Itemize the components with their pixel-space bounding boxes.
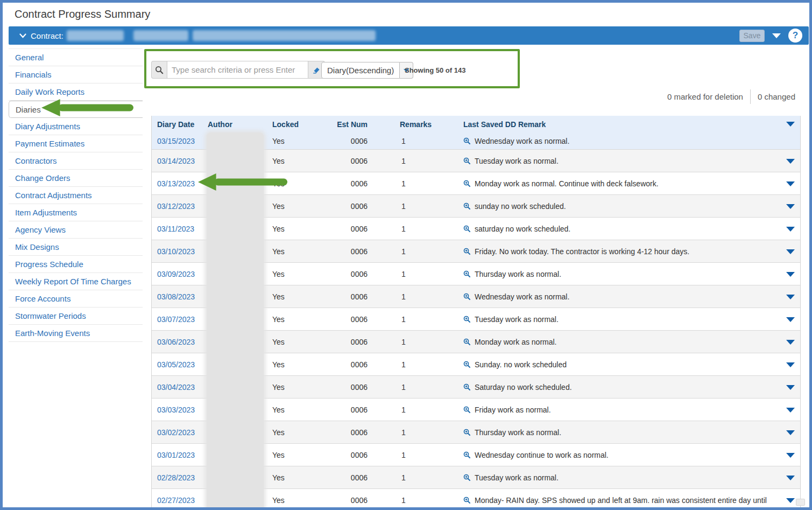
row-actions-chevron-icon[interactable] [786,453,795,458]
contract-collapse-toggle[interactable]: Contract: [19,31,63,40]
locked-value: Yes [272,172,285,194]
row-actions-chevron-icon[interactable] [786,362,795,367]
zoom-in-icon[interactable] [463,361,471,368]
diary-date-link[interactable]: 03/02/2023 [157,428,195,437]
sidebar-item-force-accounts[interactable]: Force Accounts [9,290,143,308]
remarks-count: 1 [401,172,406,194]
sidebar-item-contractors[interactable]: Contractors [9,152,143,170]
remarks-count: 1 [401,263,406,285]
sidebar-item-progress-schedule[interactable]: Progress Schedule [9,256,143,273]
diary-date-link[interactable]: 03/06/2023 [157,338,195,346]
save-button[interactable]: Save [739,30,765,42]
diary-date-link[interactable]: 03/05/2023 [157,360,195,369]
zoom-in-icon[interactable] [463,202,471,210]
redacted-contract-id [67,30,124,41]
diary-date-link[interactable]: 03/13/2023 [157,179,195,188]
zoom-in-icon[interactable] [463,474,471,481]
diary-date-link[interactable]: 03/04/2023 [157,383,195,392]
row-actions-chevron-icon[interactable] [786,249,795,254]
diary-date-link[interactable]: 03/01/2023 [157,451,195,459]
diary-date-link[interactable]: 03/12/2023 [157,202,195,211]
locked-value: Yes [272,263,285,285]
zoom-in-icon[interactable] [463,383,471,391]
zoom-in-icon[interactable] [463,293,471,301]
sidebar-item-diaries[interactable]: Diaries [9,101,143,118]
sidebar-item-weekly-report-of-time-charges[interactable]: Weekly Report Of Time Charges [9,273,143,290]
zoom-in-icon[interactable] [463,451,471,459]
zoom-in-icon[interactable] [463,180,471,187]
sidebar-item-earth-moving-events[interactable]: Earth-Moving Events [9,325,143,342]
diary-date-link[interactable]: 03/03/2023 [157,406,195,414]
row-actions-chevron-icon[interactable] [786,408,795,413]
sidebar-item-item-adjustments[interactable]: Item Adjustments [9,204,143,221]
zoom-in-icon[interactable] [463,338,471,346]
diary-date-link[interactable]: 03/08/2023 [157,292,195,301]
page-title: Contract Progress Summary [15,8,150,20]
locked-value: Yes [272,132,285,149]
diary-date-link[interactable]: 03/09/2023 [157,270,195,278]
sidebar-item-diary-adjustments[interactable]: Diary Adjustments [9,118,143,135]
row-actions-chevron-icon[interactable] [786,498,795,503]
est-num-value: 0006 [313,172,368,194]
redacted-contract-info [133,30,188,41]
row-actions-chevron-icon[interactable] [786,272,795,277]
diary-date-link[interactable]: 02/27/2023 [157,496,195,505]
diary-date-link[interactable]: 03/11/2023 [157,225,194,233]
zoom-in-icon[interactable] [463,157,471,165]
diary-date-link[interactable]: 03/10/2023 [157,247,195,256]
sidebar-item-daily-work-reports[interactable]: Daily Work Reports [9,83,143,101]
locked-value: Yes [272,444,285,466]
column-header-est-num[interactable]: Est Num [313,116,368,132]
row-actions-chevron-icon[interactable] [786,181,795,186]
zoom-in-icon[interactable] [463,316,471,323]
redacted-contract-description [193,30,376,41]
diary-date-link[interactable]: 03/14/2023 [157,157,195,165]
actions-dropdown-icon[interactable] [772,33,781,38]
diary-date-link[interactable]: 03/15/2023 [157,137,195,145]
row-actions-chevron-icon[interactable] [786,204,795,209]
diary-date-link[interactable]: 02/28/2023 [157,473,195,482]
diary-date-link[interactable]: 03/07/2023 [157,315,195,324]
row-actions-chevron-icon[interactable] [786,340,795,345]
remark-cell: Monday work as normal. [463,331,776,353]
row-actions-chevron-icon[interactable] [786,295,795,299]
column-header-last-saved-dd-remark[interactable]: Last Saved DD Remark [463,116,546,132]
remark-cell: Saturday no work scheduled. [463,376,776,398]
zoom-in-icon[interactable] [463,429,471,436]
column-header-author[interactable]: Author [208,116,232,132]
column-header-diary-date[interactable]: Diary Date [157,116,194,132]
column-header-remarks[interactable]: Remarks [400,116,432,132]
row-actions-chevron-icon[interactable] [786,227,795,232]
zoom-in-icon[interactable] [463,406,471,414]
sidebar-item-stormwater-periods[interactable]: Stormwater Periods [9,308,143,325]
sidebar-item-mix-designs[interactable]: Mix Designs [9,239,143,256]
remark-text: sunday no work scheduled. [475,202,566,211]
sidebar-item-financials[interactable]: Financials [9,66,143,83]
row-actions-chevron-icon[interactable] [786,385,795,390]
sidebar-item-general[interactable]: General [9,49,143,66]
sidebar-item-contract-adjustments[interactable]: Contract Adjustments [9,187,143,204]
sidebar-item-change-orders[interactable]: Change Orders [9,170,143,187]
zoom-in-icon[interactable] [463,270,471,278]
row-actions-chevron-icon[interactable] [786,317,795,322]
row-actions-chevron-icon[interactable] [786,159,795,164]
sidebar-item-label: Daily Work Reports [15,87,84,96]
zoom-in-icon[interactable] [463,497,471,504]
sort-selected-value[interactable]: Diary(Descending) [321,62,400,79]
row-actions-chevron-icon[interactable] [786,430,795,435]
remark-text: Wednesday continue to work as normal. [475,451,609,459]
sidebar-item-payment-estimates[interactable]: Payment Estimates [9,135,143,152]
locked-value: Yes [272,308,285,330]
row-actions-chevron-icon[interactable] [786,476,795,480]
showing-count: Showing 50 of 143 [405,66,465,74]
zoom-in-icon[interactable] [463,137,471,145]
search-input[interactable] [167,61,308,79]
help-icon[interactable]: ? [788,29,802,43]
column-header-locked[interactable]: Locked [272,116,299,132]
status-divider [750,89,751,104]
sidebar-item-agency-views[interactable]: Agency Views [9,221,143,239]
table-actions-chevron-icon[interactable] [786,122,795,127]
zoom-in-icon[interactable] [463,248,471,255]
locked-value: Yes [272,240,285,262]
zoom-in-icon[interactable] [463,225,471,233]
